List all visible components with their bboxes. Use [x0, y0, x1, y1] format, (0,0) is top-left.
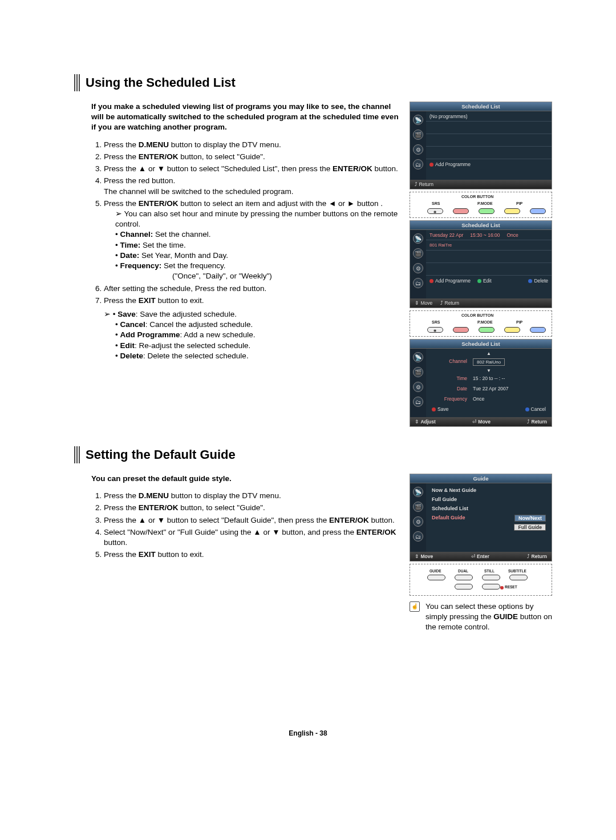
hand-icon: ☝: [410, 601, 420, 612]
nav-icon: ⚙: [413, 144, 423, 155]
section-1-intro: If you make a scheduled viewing list of …: [91, 102, 403, 133]
nav-icon: 🎬: [413, 367, 423, 377]
tip-block: ☝ You can select these options by simply…: [410, 601, 553, 633]
heading-bars-icon: [74, 74, 80, 91]
osd-scheduled-item: Scheduled List 📡 🎬 ⚙ 🗂 Tuesday 22 Apr15:…: [410, 220, 552, 308]
section-2-heading: Setting the Default Guide: [74, 446, 553, 463]
nav-icon: 📡: [413, 487, 423, 497]
nav-icon: 🎬: [413, 130, 423, 140]
s2-step-1: Press the D.MENU button to display the D…: [104, 491, 403, 501]
nav-icon: 🗂: [413, 278, 423, 288]
remote-strip-color: COLOR BUTTON SRS P.MODE PIP ◉: [410, 192, 552, 218]
section-1-heading: Using the Scheduled List: [74, 74, 553, 91]
step-5: Press the ENTER/OK button to select an i…: [104, 199, 403, 282]
section-1-title: Using the Scheduled List: [86, 75, 236, 90]
page-footer: English - 38: [0, 729, 616, 737]
section-1-body: If you make a scheduled viewing list of …: [74, 102, 403, 429]
section-2-title: Setting the Default Guide: [86, 447, 236, 462]
step-3: Press the ▲ or ▼ button to select "Sched…: [104, 164, 403, 174]
step-1: Press the D.MENU button to display the D…: [104, 140, 403, 150]
nav-icon: 🎬: [413, 502, 423, 512]
step-5-note: ➢ You can also set hour and minute by pr…: [115, 209, 403, 229]
nav-icon: ⚙: [413, 382, 423, 392]
nav-icon: ⚙: [413, 263, 423, 273]
osd-guide: Guide 📡 🎬 ⚙ 🗂 Now & Next Guide Full Guid…: [410, 474, 552, 562]
nav-icon: 🗂: [413, 531, 423, 542]
step-2: Press the ENTER/OK button, to select "Gu…: [104, 152, 403, 162]
step-4: Press the red button.The channel will be…: [104, 176, 403, 196]
step-7: Press the EXIT button to exit.: [104, 296, 403, 306]
options-block: ➢ • Save: Save the adjusted schedule. • …: [104, 309, 403, 361]
nav-icon: 📡: [413, 233, 423, 244]
section-2-intro: You can preset the default guide style.: [91, 474, 403, 484]
s2-step-2: Press the ENTER/OK button, to select "Gu…: [104, 503, 403, 513]
remote-strip-guide: GUIDE DUAL STILL SUBTITLE RESET: [410, 564, 552, 596]
nav-icon: ⚙: [413, 516, 423, 527]
nav-icon: 📡: [413, 352, 423, 362]
s2-step-5: Press the EXIT button to exit.: [104, 550, 403, 560]
remote-strip-color: COLOR BUTTON SRS P.MODE PIP ◉: [410, 310, 552, 337]
osd-scheduled-empty: Scheduled List 📡 🎬 ⚙ 🗂 (No programmes) A…: [410, 102, 552, 189]
nav-icon: 🎬: [413, 248, 423, 259]
nav-icon: 🗂: [413, 397, 423, 407]
heading-bars-icon: [74, 446, 80, 463]
s2-step-3: Press the ▲ or ▼ button to select "Defau…: [104, 515, 403, 526]
nav-icon: 🗂: [413, 159, 423, 169]
osd-scheduled-detail: Scheduled List 📡 🎬 ⚙ 🗂 ▲ Channel802 RaiU…: [410, 339, 552, 427]
section-2-body: You can preset the default guide style. …: [74, 474, 403, 633]
s2-step-4: Select "Now/Next" or "Full Guide" using …: [104, 527, 403, 548]
nav-icon: 📡: [413, 115, 423, 125]
step-6: After setting the schedule, Press the re…: [104, 284, 403, 294]
